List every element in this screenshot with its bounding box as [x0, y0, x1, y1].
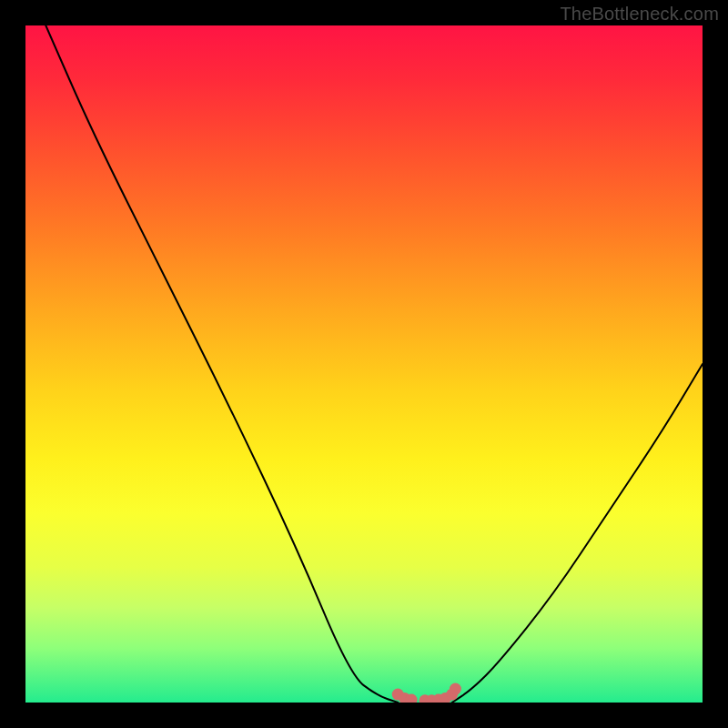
chart-frame: TheBottleneck.com — [0, 0, 728, 728]
plot-area — [25, 25, 703, 703]
data-point — [450, 683, 461, 695]
chart-svg — [25, 25, 703, 703]
watermark-text: TheBottleneck.com — [560, 4, 719, 25]
curve-curve-right — [452, 364, 703, 703]
curve-curve-left — [46, 25, 398, 703]
